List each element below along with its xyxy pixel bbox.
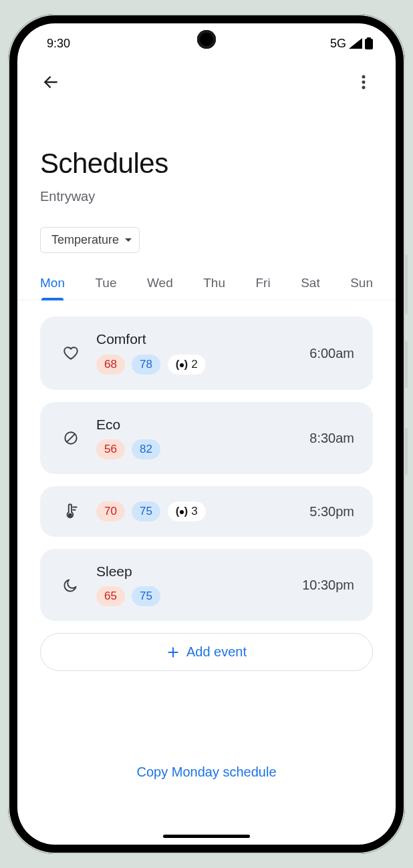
signal-icon [349, 38, 362, 49]
thermometer-icon [62, 503, 80, 520]
event-time: 5:30pm [309, 504, 354, 519]
svg-point-4 [362, 81, 366, 84]
plus-icon [166, 646, 180, 659]
event-card[interactable]: Eco56828:30am [40, 402, 373, 474]
add-event-button[interactable]: Add event [40, 633, 373, 671]
cool-setpoint: 75 [132, 501, 160, 521]
cool-setpoint: 75 [132, 586, 160, 606]
day-tab-tue[interactable]: Tue [94, 270, 118, 300]
arrow-left-icon [42, 73, 59, 91]
event-card[interactable]: Comfort6878() 26:00am [40, 316, 373, 390]
cool-setpoint: 82 [132, 439, 160, 459]
day-tab-sat[interactable]: Sat [299, 270, 321, 300]
screen: 9:30 5G Schedules Entryway Temperature [17, 23, 396, 845]
heat-setpoint: 70 [96, 501, 125, 521]
more-vert-icon [362, 75, 366, 89]
event-body: 7075() 3 [96, 501, 309, 522]
event-icon [59, 429, 83, 447]
overflow-menu-button[interactable] [350, 69, 377, 95]
event-name: Sleep [96, 564, 302, 580]
day-tab-wed[interactable]: Wed [146, 270, 174, 300]
day-tab-thu[interactable]: Thu [202, 270, 227, 300]
event-name: Comfort [96, 331, 309, 347]
home-indicator [163, 835, 250, 838]
copy-schedule-button[interactable]: Copy Monday schedule [17, 678, 396, 803]
event-icon [59, 345, 83, 362]
moon-icon [62, 576, 80, 594]
phone-frame: 9:30 5G Schedules Entryway Temperature [8, 14, 405, 854]
temperature-pills: 5682 [96, 439, 309, 459]
front-camera [197, 30, 216, 49]
events-list: Comfort6878() 26:00amEco56828:30am7075()… [17, 300, 396, 678]
event-icon [59, 576, 83, 594]
add-event-label: Add event [186, 644, 247, 660]
side-button [405, 428, 408, 475]
svg-point-5 [362, 86, 366, 89]
heat-setpoint: 68 [96, 355, 125, 375]
day-tab-sun[interactable]: Sun [349, 270, 374, 300]
temperature-pills: 6878() 2 [96, 354, 309, 375]
page-subtitle: Entryway [40, 189, 373, 204]
cool-setpoint: 78 [132, 355, 160, 375]
event-body: Eco5682 [96, 417, 309, 459]
side-button [405, 341, 408, 388]
svg-rect-0 [365, 39, 373, 49]
event-time: 10:30pm [302, 578, 354, 593]
svg-rect-1 [367, 37, 371, 39]
heat-setpoint: 65 [96, 586, 125, 606]
schedule-type-dropdown[interactable]: Temperature [40, 227, 140, 253]
dropdown-label: Temperature [51, 233, 119, 247]
svg-point-3 [362, 75, 366, 79]
svg-point-8 [69, 513, 72, 516]
network-label: 5G [330, 37, 346, 51]
page-title: Schedules [40, 148, 373, 180]
back-button[interactable] [37, 69, 64, 95]
temperature-pills: 7075() 3 [96, 501, 309, 522]
sensor-count: () 2 [167, 354, 206, 375]
temperature-pills: 6575 [96, 586, 302, 606]
caret-down-icon [124, 238, 132, 243]
sensor-count: () 3 [167, 501, 206, 522]
heat-setpoint: 56 [96, 439, 125, 459]
page-header: Schedules Entryway [17, 101, 396, 214]
event-time: 6:00am [309, 346, 354, 361]
event-card[interactable]: Sleep657510:30pm [40, 549, 373, 621]
event-card[interactable]: 7075() 35:30pm [40, 486, 373, 537]
day-tab-fri[interactable]: Fri [255, 270, 272, 300]
event-icon [59, 503, 83, 520]
event-body: Sleep6575 [96, 564, 302, 606]
app-bar [17, 63, 396, 101]
status-time: 9:30 [47, 37, 70, 51]
filter-row: Temperature [17, 214, 396, 258]
heart-icon [62, 345, 80, 362]
status-right: 5G [330, 37, 373, 51]
event-time: 8:30am [309, 431, 354, 446]
leaf-icon [62, 429, 80, 447]
day-tabs: MonTueWedThuFriSatSun [17, 258, 396, 300]
event-name: Eco [96, 417, 309, 433]
battery-icon [365, 37, 373, 49]
event-body: Comfort6878() 2 [96, 331, 309, 375]
day-tab-mon[interactable]: Mon [39, 270, 66, 300]
side-button [405, 254, 408, 314]
svg-line-7 [67, 435, 75, 442]
